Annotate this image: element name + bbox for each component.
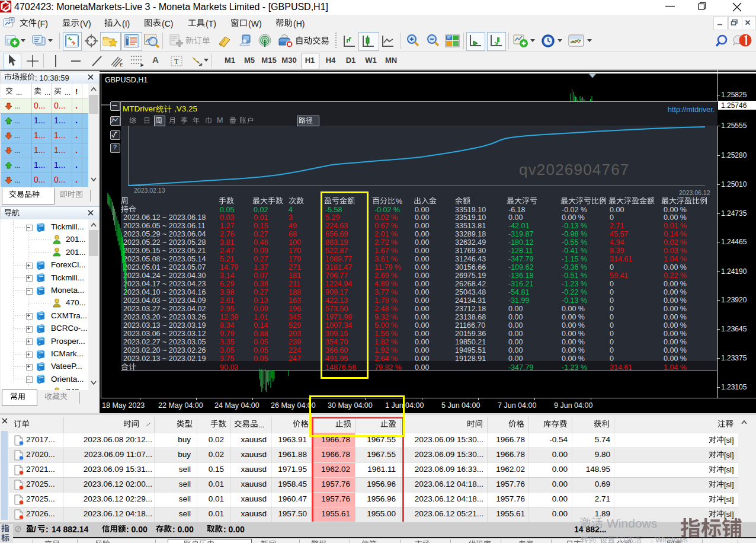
svg-text:T: T	[174, 58, 179, 66]
svg-text:E: E	[120, 62, 123, 68]
svg-text:F: F	[140, 63, 143, 68]
